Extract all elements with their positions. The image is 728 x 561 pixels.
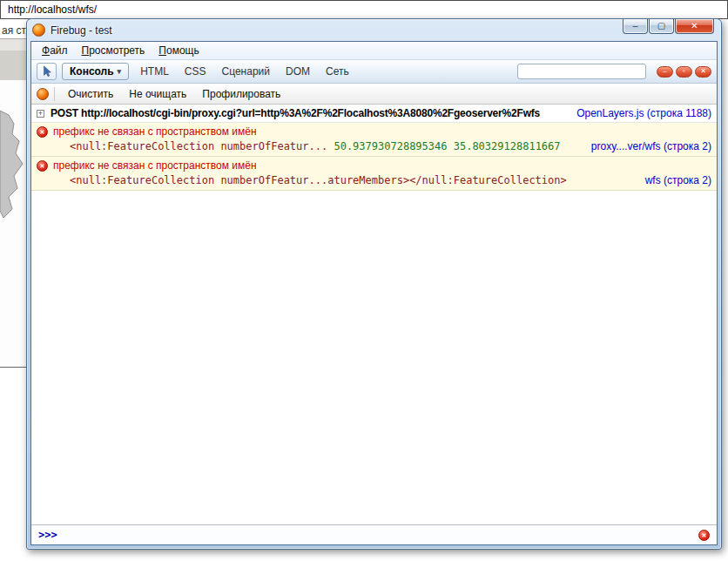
error-message: префикс не связан с пространством имён	[53, 125, 257, 138]
panel-close-icon: ✕	[700, 68, 706, 75]
tab-html[interactable]: HTML	[132, 62, 177, 81]
firebug-client-area: Файл Просмотреть Помощь Консоль ▾ HTML C…	[30, 41, 718, 545]
close-icon: ✕	[691, 22, 698, 30]
background-browser-toolbar-lower	[0, 51, 29, 80]
maximize-icon: ▢	[657, 22, 665, 30]
menubar: Файл Просмотреть Помощь	[31, 42, 717, 60]
console-request-row[interactable]: + POST http://localhost/cgi-bin/proxy.cg…	[31, 105, 717, 123]
firebug-status-icon[interactable]	[37, 88, 49, 100]
window-controls: – ▢ ✕	[622, 19, 714, 34]
firebug-panel-controls: – ▫ ✕	[654, 66, 711, 78]
commandline-close-icon: ✕	[702, 532, 707, 538]
search-input[interactable]	[517, 64, 646, 79]
menu-help[interactable]: Помощь	[152, 43, 206, 58]
command-line-bar: >>> ✕	[31, 524, 717, 544]
request-method-url: POST http://localhost/cgi-bin/proxy.cgi?…	[51, 107, 540, 119]
menu-file[interactable]: Файл	[35, 43, 75, 58]
console-error-row: ✕ префикс не связан с пространством имён…	[31, 157, 717, 191]
tab-net[interactable]: Сеть	[318, 62, 357, 81]
window-title: Firebug - test	[51, 24, 112, 37]
window-minimize-button[interactable]: –	[623, 19, 648, 34]
firebug-detach-button[interactable]: ▫	[676, 66, 692, 78]
firebug-close-button[interactable]: ✕	[695, 66, 711, 78]
error-source-link[interactable]: wfs (строка 2)	[635, 174, 711, 186]
snippet-value-text: 50.937930728895346 35.80329128811667	[327, 140, 560, 152]
error-snippet: <null:FeatureCollection numberOfFeatur..…	[70, 174, 567, 186]
error-snippet-line: <null:FeatureCollection numberOfFeatur..…	[31, 140, 717, 156]
background-browser-toolbar	[0, 38, 29, 51]
address-url-text[interactable]: http://localhost/wfs/	[8, 3, 97, 16]
background-map-area	[0, 80, 29, 369]
error-message: префикс не связан с пространством имён	[53, 159, 257, 172]
firebug-window: Firebug - test – ▢ ✕ Файл Просмотреть По…	[26, 18, 722, 550]
firebug-app-icon	[32, 24, 45, 37]
console-error-row: ✕ префикс не связан с пространством имён…	[31, 123, 717, 157]
persist-button[interactable]: Не очищать	[121, 85, 194, 103]
firebug-titlebar[interactable]: Firebug - test – ▢ ✕	[27, 19, 721, 41]
console-panel: + POST http://localhost/cgi-bin/proxy.cg…	[31, 105, 717, 524]
expand-icon[interactable]: +	[37, 110, 44, 118]
clear-button[interactable]: Очистить	[60, 85, 121, 103]
inspect-cursor-icon	[41, 65, 53, 78]
error-x-glyph: ✕	[40, 163, 45, 169]
error-source-link[interactable]: proxy....ver/wfs (строка 2)	[581, 140, 711, 152]
error-header: ✕ префикс не связан с пространством имён	[31, 157, 717, 174]
background-tab-label: ая ст,	[2, 24, 28, 37]
console-toolbar: Очистить Не очищать Профилировать	[31, 84, 717, 105]
background-map-gridline	[0, 367, 26, 368]
error-snippet: <null:FeatureCollection numberOfFeatur..…	[70, 140, 561, 152]
snippet-tag-text: <null:FeatureCollection numberOfFeatur..…	[70, 174, 567, 186]
error-icon: ✕	[37, 160, 48, 172]
window-maximize-button[interactable]: ▢	[649, 19, 674, 34]
inspect-button[interactable]	[37, 63, 57, 80]
error-snippet-line: <null:FeatureCollection numberOfFeatur..…	[31, 174, 717, 190]
panel-detach-icon: ▫	[683, 68, 685, 75]
chevron-down-icon: ▾	[118, 67, 122, 76]
console-empty-area	[31, 191, 717, 524]
separator	[54, 87, 55, 101]
tab-css[interactable]: CSS	[177, 62, 214, 81]
firebug-minimize-button[interactable]: –	[657, 66, 673, 78]
error-x-glyph: ✕	[40, 129, 45, 135]
minimize-icon: –	[633, 22, 638, 30]
panel-minimize-icon: –	[663, 68, 666, 75]
window-close-button[interactable]: ✕	[675, 19, 714, 34]
plus-icon: +	[38, 110, 43, 118]
command-prompt: >>>	[38, 529, 57, 541]
tab-console[interactable]: Консоль ▾	[62, 63, 129, 80]
error-icon: ✕	[37, 126, 48, 138]
error-header: ✕ префикс не связан с пространством имён	[31, 123, 717, 140]
profile-button[interactable]: Профилировать	[194, 85, 288, 103]
request-source-link[interactable]: OpenLayers.js (строка 1188)	[566, 107, 711, 119]
panel-tab-bar: Консоль ▾ HTML CSS Сценарий DOM Сеть – ▫…	[31, 60, 717, 84]
snippet-tag-text: <null:FeatureCollection numberOfFeatur..…	[70, 140, 327, 152]
map-landmass-shape	[0, 80, 29, 369]
menu-view[interactable]: Просмотреть	[75, 43, 152, 58]
tab-script[interactable]: Сценарий	[214, 62, 278, 81]
browser-address-bar[interactable]: http://localhost/wfs/	[0, 0, 728, 19]
command-input[interactable]	[64, 529, 691, 541]
commandline-close-button[interactable]: ✕	[698, 530, 710, 541]
tab-console-label: Консоль	[70, 65, 114, 78]
tab-dom[interactable]: DOM	[278, 62, 318, 81]
